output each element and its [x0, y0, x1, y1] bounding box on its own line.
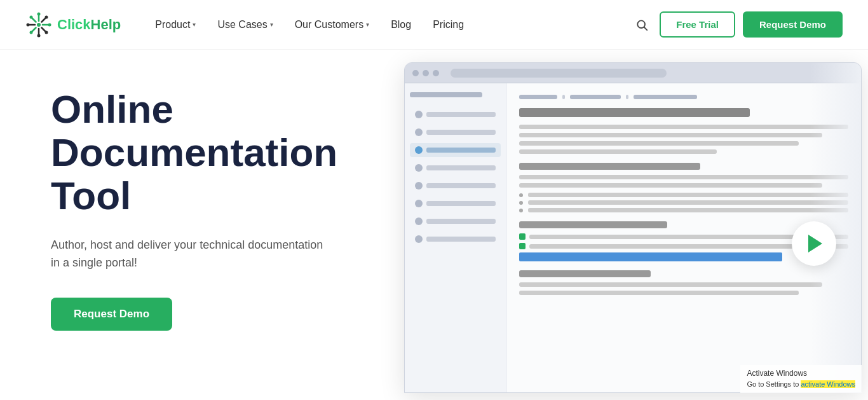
play-icon — [808, 235, 822, 252]
svg-point-9 — [37, 12, 41, 15]
mockup-sidebar-item — [410, 197, 501, 210]
mockup-section-title-3 — [519, 270, 651, 277]
hero-subtitle: Author, host and deliver your technical … — [51, 236, 324, 273]
mockup-breadcrumb-area — [519, 95, 848, 99]
browser-dot-1 — [412, 70, 419, 76]
svg-point-15 — [45, 15, 48, 18]
mockup-sidebar-item — [410, 232, 501, 246]
nav-use-cases[interactable]: Use Cases ▾ — [208, 14, 281, 36]
activate-windows-link[interactable]: activate Windows — [801, 380, 855, 388]
mockup-sidebar-item — [410, 107, 501, 121]
svg-point-10 — [37, 34, 41, 37]
browser-bar — [405, 63, 861, 83]
svg-line-18 — [644, 27, 648, 30]
svg-point-0 — [37, 23, 41, 27]
mockup-sidebar-item — [410, 179, 501, 193]
activate-windows-sub-text: Go to Settings to — [747, 380, 801, 388]
free-trial-button[interactable]: Free Trial — [660, 11, 735, 38]
svg-point-13 — [30, 15, 33, 18]
mockup-sidebar-item — [410, 214, 501, 228]
chevron-down-icon: ▾ — [270, 21, 273, 28]
request-demo-hero-button[interactable]: Request Demo — [51, 298, 172, 331]
svg-point-11 — [27, 23, 30, 26]
chevron-down-icon: ▾ — [193, 21, 196, 28]
svg-line-8 — [32, 27, 36, 32]
mockup-section-title-1 — [519, 163, 700, 170]
mockup-sidebar-item-active — [410, 143, 501, 157]
mockup-sidebar-item — [410, 125, 501, 139]
nav-our-customers[interactable]: Our Customers ▾ — [286, 14, 378, 36]
browser-url-bar — [451, 69, 667, 78]
svg-point-14 — [45, 31, 48, 34]
activate-windows-title: Activate Windows — [747, 369, 855, 378]
hero-section: Online Documentation Tool Author, host a… — [0, 50, 868, 400]
hero-image-area: Activate Windows Go to Settings to activ… — [404, 62, 868, 400]
logo-link[interactable]: ClickHelp — [25, 11, 121, 38]
browser-dot-3 — [433, 70, 439, 76]
svg-line-5 — [32, 18, 36, 22]
nav-pricing[interactable]: Pricing — [424, 14, 473, 36]
svg-line-7 — [42, 18, 46, 22]
mockup-sidebar — [405, 83, 506, 392]
activate-windows-watermark: Activate Windows Go to Settings to activ… — [740, 365, 862, 393]
nav-actions: Free Trial Request Demo — [632, 11, 843, 38]
nav-blog[interactable]: Blog — [382, 14, 420, 36]
mockup-section-title-2 — [519, 221, 667, 228]
nav-links: Product ▾ Use Cases ▾ Our Customers ▾ Bl… — [146, 14, 632, 36]
mockup-sidebar-header — [410, 92, 482, 97]
search-icon — [635, 18, 648, 31]
hero-title: Online Documentation Tool — [51, 88, 337, 218]
chevron-down-icon: ▾ — [366, 21, 369, 28]
clickhelp-logo-icon — [25, 11, 52, 38]
mockup-content-title — [519, 108, 750, 117]
svg-point-16 — [30, 31, 33, 34]
svg-point-12 — [48, 23, 51, 26]
browser-dot-2 — [423, 70, 429, 76]
svg-line-6 — [42, 27, 46, 32]
search-button[interactable] — [632, 15, 652, 35]
navbar: ClickHelp Product ▾ Use Cases ▾ Our Cust… — [0, 0, 868, 50]
play-button[interactable] — [792, 221, 836, 266]
mockup-highlight-bar — [519, 252, 782, 261]
mockup-sidebar-item — [410, 161, 501, 175]
hero-content: Online Documentation Tool Author, host a… — [0, 50, 337, 400]
mockup-container: Activate Windows Go to Settings to activ… — [404, 62, 868, 400]
browser-mockup — [404, 62, 862, 393]
logo-text: ClickHelp — [57, 17, 121, 33]
request-demo-nav-button[interactable]: Request Demo — [743, 11, 843, 38]
nav-product[interactable]: Product ▾ — [146, 14, 205, 36]
